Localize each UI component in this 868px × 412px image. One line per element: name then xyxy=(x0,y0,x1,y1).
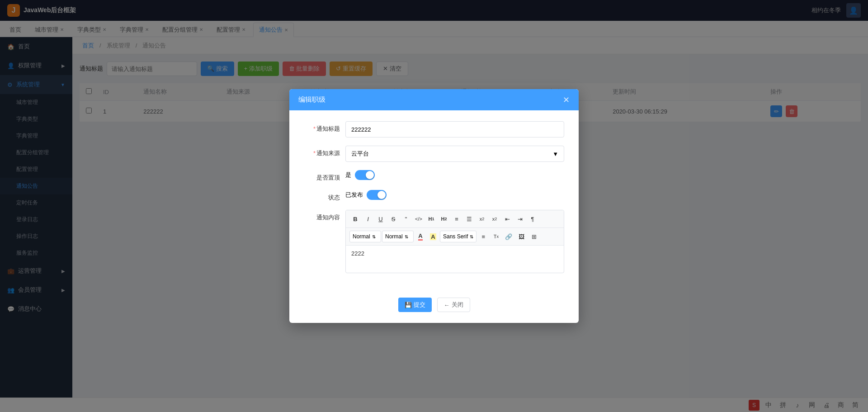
toolbar-code-button[interactable]: </> xyxy=(413,213,425,225)
form-row-title: *通知标题 xyxy=(304,121,564,137)
toolbar-font-size-2-select[interactable]: Normal ⇅ xyxy=(382,231,414,242)
form-label-title: *通知标题 xyxy=(304,121,340,133)
toolbar-link-button[interactable]: 🔗 xyxy=(503,231,514,242)
toolbar-quote-button[interactable]: " xyxy=(400,213,412,225)
modal-body: *通知标题 *通知来源 云平台 ▼ 是否置顶 是 xyxy=(289,110,579,292)
font-color-icon: A xyxy=(418,232,422,241)
notify-source-select[interactable]: 云平台 ▼ xyxy=(345,146,564,162)
font-family-label: Sans Serif xyxy=(443,233,468,240)
editor-text: 2222 xyxy=(351,250,364,257)
form-row-status: 状态 已发布 xyxy=(304,190,564,202)
close-modal-button[interactable]: ← 关闭 xyxy=(437,298,470,312)
is-top-toggle[interactable] xyxy=(355,170,375,180)
close-icon: ← xyxy=(444,302,450,308)
toolbar-bold-button[interactable]: B xyxy=(349,213,361,225)
toolbar-clear-format-button[interactable]: Tx xyxy=(490,231,502,242)
form-row-source: *通知来源 云平台 ▼ xyxy=(304,146,564,162)
notify-source-value: 云平台 xyxy=(351,150,369,158)
toolbar-superscript-button[interactable]: x2 xyxy=(489,213,500,225)
toolbar-subscript-button[interactable]: x2 xyxy=(476,213,488,225)
save-icon: 💾 xyxy=(405,302,412,308)
toolbar-table-button[interactable]: ⊞ xyxy=(528,231,540,242)
is-top-text: 是 xyxy=(345,171,351,179)
toolbar-list-unordered-button[interactable]: ☰ xyxy=(463,213,475,225)
form-label-content: 通知内容 xyxy=(304,210,340,222)
select-arrow-icon: ▼ xyxy=(552,151,558,157)
form-label-top: 是否置顶 xyxy=(304,170,340,182)
toolbar-paragraph-button[interactable]: ¶ xyxy=(527,213,538,225)
editor-toolbar-row2: Normal ⇅ Normal ⇅ A A xyxy=(346,228,564,246)
editor-content[interactable]: 2222 xyxy=(346,246,564,273)
font-family-arrow: ⇅ xyxy=(470,234,473,239)
status-toggle[interactable] xyxy=(367,190,387,200)
close-label: 关闭 xyxy=(452,301,463,309)
toolbar-indent-increase-button[interactable]: ⇥ xyxy=(514,213,526,225)
toolbar-strikethrough-button[interactable]: S xyxy=(387,213,399,225)
form-row-top: 是否置顶 是 xyxy=(304,170,564,182)
edit-modal: 编辑职级 ✕ *通知标题 *通知来源 云平台 ▼ xyxy=(289,89,579,323)
notify-title-input[interactable] xyxy=(345,121,564,137)
form-label-status: 状态 xyxy=(304,190,340,202)
toolbar-font-family-select[interactable]: Sans Serif ⇅ xyxy=(440,231,476,242)
toolbar-image-button[interactable]: 🖼 xyxy=(515,231,527,242)
toolbar-h2-button[interactable]: H2 xyxy=(438,213,450,225)
font-size-2-label: Normal xyxy=(385,233,403,240)
toolbar-italic-button[interactable]: I xyxy=(362,213,374,225)
toolbar-font-size-1-select[interactable]: Normal ⇅ xyxy=(349,231,381,242)
font-size-1-arrow: ⇅ xyxy=(372,234,376,239)
modal-close-button[interactable]: ✕ xyxy=(563,96,570,104)
editor-toolbar-row1: B I U S " </> H1 H2 ≡ ☰ x2 x2 ⇤ ⇥ xyxy=(346,210,564,228)
submit-label: 提交 xyxy=(414,301,425,309)
submit-button[interactable]: 💾 提交 xyxy=(398,298,432,312)
modal-overlay: 编辑职级 ✕ *通知标题 *通知来源 云平台 ▼ xyxy=(0,0,868,412)
required-star-title: * xyxy=(313,125,316,132)
font-size-2-arrow: ⇅ xyxy=(405,234,408,239)
form-row-content: 通知内容 B I U S " </> H1 H2 ≡ ☰ x2 xyxy=(304,210,564,273)
status-text: 已发布 xyxy=(345,191,363,199)
toolbar-font-bg-button[interactable]: A xyxy=(427,231,439,242)
toolbar-list-ordered-button[interactable]: ≡ xyxy=(451,213,462,225)
font-bg-icon: A xyxy=(430,233,436,240)
toolbar-indent-decrease-button[interactable]: ⇤ xyxy=(501,213,513,225)
form-label-source: *通知来源 xyxy=(304,146,340,157)
modal-title: 编辑职级 xyxy=(298,95,326,104)
toolbar-underline-button[interactable]: U xyxy=(375,213,387,225)
editor-wrapper: B I U S " </> H1 H2 ≡ ☰ x2 x2 ⇤ ⇥ xyxy=(345,210,564,273)
modal-header: 编辑职级 ✕ xyxy=(289,89,579,110)
required-star-source: * xyxy=(313,150,316,156)
toolbar-h1-button[interactable]: H1 xyxy=(425,213,437,225)
toolbar-align-button[interactable]: ≡ xyxy=(477,231,489,242)
font-size-1-label: Normal xyxy=(353,233,370,240)
toolbar-font-color-button[interactable]: A xyxy=(415,231,426,242)
modal-footer: 💾 提交 ← 关闭 xyxy=(289,292,579,323)
